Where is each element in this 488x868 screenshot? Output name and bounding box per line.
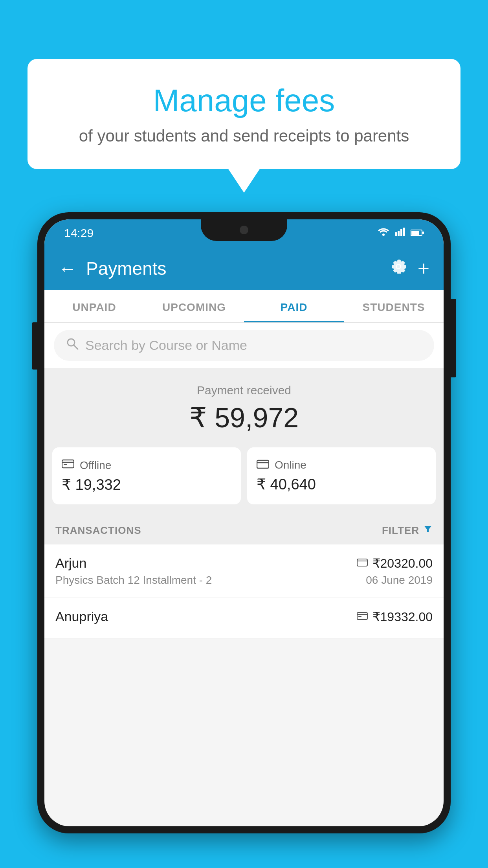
online-card-header: Online — [257, 458, 426, 472]
transaction-row-2[interactable]: Anupriya ₹19332.00 — [44, 598, 444, 639]
transaction-amount-wrap-1: ₹20320.00 — [357, 556, 433, 571]
transactions-label: TRANSACTIONS — [55, 524, 141, 537]
svg-point-0 — [382, 234, 385, 236]
status-bar: 14:29 — [44, 219, 444, 247]
transaction-top-2: Anupriya ₹19332.00 — [55, 609, 433, 624]
offline-payment-icon-2 — [357, 611, 368, 623]
card-payment-icon-1 — [357, 557, 368, 570]
bubble-title: Manage fees — [51, 83, 437, 119]
online-amount: ₹ 40,640 — [257, 476, 426, 493]
transaction-name-1: Arjun — [55, 555, 86, 571]
search-placeholder: Search by Course or Name — [85, 338, 247, 353]
svg-rect-20 — [358, 616, 361, 617]
search-container: Search by Course or Name — [44, 323, 444, 368]
search-icon — [66, 337, 79, 354]
svg-rect-13 — [257, 460, 269, 468]
speech-bubble-tail — [228, 169, 260, 193]
status-time: 14:29 — [64, 226, 94, 240]
phone-outer: 14:29 — [37, 212, 451, 833]
tab-paid[interactable]: PAID — [244, 290, 344, 322]
phone-screen: 14:29 — [44, 219, 444, 826]
transaction-row[interactable]: Arjun ₹20320.00 Physics — [44, 544, 444, 598]
transaction-bottom-1: Physics Batch 12 Installment - 2 06 June… — [55, 574, 433, 587]
filter-button[interactable]: FILTER — [382, 524, 433, 537]
add-button[interactable]: + — [418, 257, 429, 280]
filter-icon — [423, 524, 433, 537]
back-button[interactable]: ← — [59, 258, 77, 279]
speech-bubble: Manage fees of your students and send re… — [28, 59, 460, 169]
svg-line-9 — [74, 345, 78, 349]
transaction-top-1: Arjun ₹20320.00 — [55, 555, 433, 571]
svg-rect-7 — [422, 232, 424, 234]
transaction-amount-2: ₹19332.00 — [372, 609, 433, 624]
offline-amount: ₹ 19,332 — [62, 476, 231, 493]
filter-label: FILTER — [382, 524, 419, 537]
signal-icon — [395, 228, 405, 239]
app-bar-icons: + — [390, 257, 429, 280]
tab-students[interactable]: STUDENTS — [344, 290, 444, 322]
payment-received-label: Payment received — [56, 384, 432, 397]
tab-upcoming[interactable]: UPCOMING — [144, 290, 244, 322]
svg-rect-18 — [357, 612, 367, 620]
svg-rect-16 — [357, 559, 367, 566]
svg-rect-6 — [411, 231, 419, 235]
svg-rect-4 — [403, 228, 405, 236]
transaction-course-1: Physics Batch 12 Installment - 2 — [55, 574, 212, 587]
online-label: Online — [275, 459, 306, 471]
app-bar-title: Payments — [86, 258, 381, 279]
battery-icon — [411, 228, 424, 239]
transactions-list: Arjun ₹20320.00 Physics — [44, 544, 444, 639]
offline-label: Offline — [80, 459, 111, 472]
svg-rect-12 — [64, 464, 67, 465]
phone-container: 14:29 — [37, 212, 451, 868]
wifi-icon — [378, 228, 389, 239]
camera-notch — [240, 226, 248, 234]
search-box[interactable]: Search by Course or Name — [54, 330, 434, 361]
offline-card: Offline ₹ 19,332 — [52, 447, 241, 504]
svg-rect-2 — [398, 231, 400, 236]
transaction-amount-wrap-2: ₹19332.00 — [357, 609, 433, 624]
transactions-header: TRANSACTIONS FILTER — [44, 516, 444, 544]
speech-bubble-container: Manage fees of your students and send re… — [28, 59, 460, 193]
svg-rect-3 — [400, 229, 402, 236]
svg-marker-15 — [424, 526, 431, 532]
transaction-amount-1: ₹20320.00 — [372, 556, 433, 571]
tabs-container: UNPAID UPCOMING PAID STUDENTS — [44, 290, 444, 323]
offline-card-header: Offline — [62, 458, 231, 472]
bubble-subtitle: of your students and send receipts to pa… — [51, 127, 437, 145]
online-icon — [257, 458, 269, 472]
status-icons — [378, 228, 424, 239]
svg-rect-10 — [62, 460, 74, 468]
app-bar: ← Payments + — [44, 247, 444, 290]
transaction-name-2: Anupriya — [55, 609, 108, 624]
online-card: Online ₹ 40,640 — [247, 447, 436, 504]
tab-unpaid[interactable]: UNPAID — [44, 290, 144, 322]
settings-icon[interactable] — [390, 258, 407, 279]
payment-received-amount: ₹ 59,972 — [56, 402, 432, 434]
payment-cards-row: Offline ₹ 19,332 Online ₹ 4 — [44, 447, 444, 516]
offline-icon — [62, 458, 74, 472]
svg-rect-1 — [395, 232, 397, 236]
payment-received-section: Payment received ₹ 59,972 — [44, 368, 444, 447]
transaction-date-1: 06 June 2019 — [366, 574, 433, 587]
